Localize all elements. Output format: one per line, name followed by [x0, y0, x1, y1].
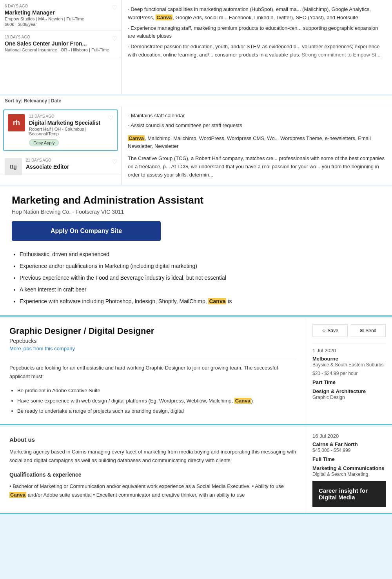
job-meta-1: Empow Studios | MA - Newton | Full-Time: [5, 16, 116, 21]
assoc-job-title: Associate Editor: [26, 164, 116, 170]
aboutus-location-label: Cairns & Far North: [312, 441, 386, 447]
save-icon-2[interactable]: ♡: [112, 35, 117, 42]
marketing-bullet-3: Previous experience within the Food and …: [20, 272, 380, 283]
easy-apply-badge: Easy Apply: [29, 139, 59, 146]
aboutus-job-type-label: Full Time: [312, 456, 386, 462]
detail-bullet-1: · Deep functional capabilities in market…: [128, 5, 386, 22]
aboutus-left-panel: About us Marketing agency based in Cairn…: [0, 427, 306, 513]
graphic-bullets: Be proficient in Adobe Creative Suite Ha…: [9, 386, 296, 416]
days-ago-2: 19 DAYS AGO: [5, 35, 116, 39]
sort-bar: Sort by: Relevancy | Date: [0, 96, 392, 106]
sort-relevancy[interactable]: Relevancy: [24, 98, 47, 104]
graphic-location-label: Melbourne: [312, 356, 386, 362]
job-card-assoc[interactable]: ttg 21 DAYS AGO Associate Editor ♡: [0, 154, 121, 175]
days-ago-1: 6 DAYS AGO: [5, 4, 116, 8]
rh-days-ago: 11 DAYS AGO: [29, 114, 113, 118]
mid-job-list: rh 11 DAYS AGO Digital Marketing Special…: [0, 106, 122, 185]
top-job-list: 6 DAYS AGO Marketing Manager Empow Studi…: [0, 0, 122, 94]
apply-on-company-site-button[interactable]: Apply On Company Site: [12, 221, 161, 241]
graphic-salary: $20 - $24.99 per hour: [312, 371, 386, 376]
graphic-category-sub: Graphic Design: [312, 395, 386, 400]
sort-separator: |: [48, 98, 49, 104]
graphic-bullet-2: Have some experience with web design / d…: [17, 396, 296, 406]
aboutus-category-sub: Digital & Search Marketing: [312, 472, 386, 477]
save-button[interactable]: ☆ Save: [312, 324, 348, 337]
sort-date[interactable]: Date: [51, 98, 61, 104]
job-card-marketing-manager[interactable]: 6 DAYS AGO Marketing Manager Empow Studi…: [0, 0, 121, 31]
graphic-action-buttons: ☆ Save ✉ Send: [312, 324, 386, 337]
rh-card-info: 11 DAYS AGO Digital Marketing Specialist…: [29, 114, 113, 146]
graphic-bullet-1: Be proficient in Adobe Creative Suite: [17, 386, 296, 396]
marketing-bullet-5: Experience with software including Photo…: [20, 296, 380, 307]
detail-bullet-2: · Experience managing staff, marketing p…: [128, 24, 386, 41]
assoc-days-ago: 21 DAYS AGO: [26, 158, 116, 162]
graphic-designer-title: Graphic Designer / Digital Designer: [9, 326, 296, 336]
graphic-category-label: Design & Architecture: [312, 388, 386, 394]
save-icon-assoc[interactable]: ♡: [112, 158, 117, 166]
rh-logo: rh: [8, 114, 25, 131]
graphic-right-panel: ☆ Save ✉ Send 1 Jul 2020 Melbourne Baysi…: [306, 318, 392, 424]
job-meta-2: National General Insurance | OR - Hillsb…: [5, 47, 116, 52]
star-icon: ☆: [322, 328, 326, 333]
tcg-description: The Creative Group (TCG), a Robert Half …: [128, 155, 386, 179]
detail-bullet-3: · Demonstrated passion for education, yo…: [128, 43, 386, 59]
qual-title: Qualifications & experience: [9, 470, 296, 480]
rh-job-meta: Robert Half | OH - Columbus | Seasonal/T…: [29, 127, 113, 136]
assoc-logo: ttg: [5, 158, 22, 175]
keywords-line: Canva, Mailchimp, Mailchimp, WordPress, …: [128, 135, 386, 151]
marketing-title: Marketing and Administration Assistant: [12, 194, 380, 206]
job-title-1: Marketing Manager: [5, 9, 116, 16]
aboutus-category-label: Marketing & Communications: [312, 465, 386, 471]
top-detail-panel: · Deep functional capabilities in market…: [122, 0, 392, 94]
graphic-bullet-3: Be ready to undertake a range of project…: [17, 406, 296, 416]
marketing-bullets: Enthusiastic, driven and experienced Exp…: [12, 249, 380, 307]
assist-text: - Assist councils and committees per sta…: [128, 122, 386, 130]
aboutus-section: About us Marketing agency based in Cairn…: [0, 427, 392, 514]
job-salary-1: $60k - $80k/year: [5, 22, 116, 27]
save-icon-rh[interactable]: ♡: [108, 114, 113, 122]
send-button[interactable]: ✉ Send: [351, 324, 386, 337]
aboutus-date: 16 Jul 2020: [312, 433, 386, 439]
marketing-bullet-2: Experience and/or qualifications in Mark…: [20, 260, 380, 271]
job-card-sales[interactable]: 19 DAYS AGO One Sales Center Junior Fron…: [0, 31, 121, 57]
marketing-bullet-4: A keen interest in craft beer: [20, 284, 380, 295]
mid-section-wrapper: Sort by: Relevancy | Date rh 11 DAYS AGO…: [0, 96, 392, 185]
rh-job-title: Digital Marketing Specialist: [29, 120, 113, 126]
graphic-left-panel: Graphic Designer / Digital Designer Pepe…: [0, 318, 306, 424]
graphic-date: 1 Jul 2020: [312, 348, 386, 353]
career-insight-title: Career insight for Digital Media: [319, 487, 379, 501]
top-section: 6 DAYS AGO Marketing Manager Empow Studi…: [0, 0, 392, 94]
more-jobs-link[interactable]: More jobs from this company: [9, 346, 296, 351]
graphic-job-details: 1 Jul 2020 Melbourne Bayside & South Eas…: [312, 343, 386, 400]
marketing-bullet-1: Enthusiastic, driven and experienced: [20, 249, 380, 260]
mid-detail-panel: - Maintains staff calendar - Assist coun…: [122, 106, 392, 185]
aboutus-right-panel: 16 Jul 2020 Cairns & Far North $45,000 -…: [306, 427, 392, 513]
marketing-section: Marketing and Administration Assistant H…: [0, 186, 392, 317]
qual-text: • Bachelor of Marketing or Communication…: [9, 482, 296, 499]
mid-section: rh 11 DAYS AGO Digital Marketing Special…: [0, 106, 392, 185]
marketing-company: Hop Nation Brewing Co. - Footscray VIC 3…: [12, 209, 380, 215]
graphic-location-sub: Bayside & South Eastern Suburbs: [312, 362, 386, 368]
save-icon-1[interactable]: ♡: [112, 4, 117, 11]
sort-label: Sort by:: [5, 98, 22, 104]
aboutus-description: Marketing agency based in Cairns managin…: [9, 448, 296, 465]
assoc-card-info: 21 DAYS AGO Associate Editor: [26, 158, 116, 171]
graphic-description: Pepebucks are looking for an enthusiasti…: [9, 364, 296, 381]
aboutus-salary: $45,000 - $54,999: [312, 448, 386, 453]
graphic-job-type-label: Part Time: [312, 379, 386, 385]
graphic-section: Graphic Designer / Digital Designer Pepe…: [0, 318, 392, 425]
career-insight-box: Career insight for Digital Media: [312, 481, 386, 507]
mail-icon: ✉: [360, 328, 364, 333]
job-title-2: One Sales Center Junior Fron...: [5, 40, 116, 47]
graphic-company: Pepebucks: [9, 338, 296, 344]
job-card-rh[interactable]: rh 11 DAYS AGO Digital Marketing Special…: [3, 109, 118, 151]
maintains-text: - Maintains staff calendar: [128, 112, 386, 120]
aboutus-title: About us: [9, 435, 296, 445]
